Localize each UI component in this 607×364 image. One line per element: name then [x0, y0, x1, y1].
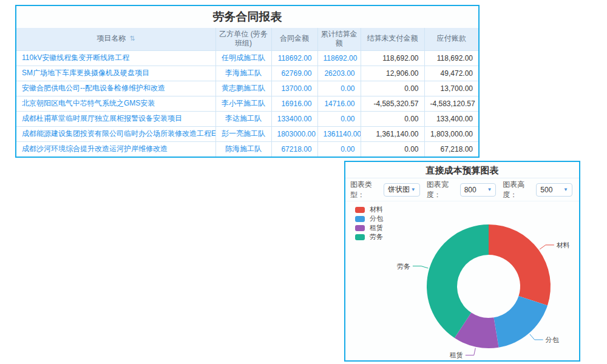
chart-height-label: 图表高度：	[503, 180, 532, 200]
table-row[interactable]: 110kV安徽线程集变开断线路工程 任明成施工队 118692.00 11869…	[16, 50, 478, 66]
table-row[interactable]: 安徽合肥供电公司--配电设备检修维护和改造 黄志鹏施工队 13700.00 0.…	[16, 81, 478, 96]
label-leader-line	[413, 266, 428, 268]
accounts-payable-cell: 118,692.00	[424, 50, 478, 66]
party-b-unit-cell: 李小平施工队	[215, 96, 271, 111]
cost-budget-chart-panel: 直接成本预算图表 图表类型： 饼状图 ▼ 图表宽度： 800 ▼ 图表高度： 5…	[344, 161, 580, 362]
settled-total-cell: 1361140.00	[317, 126, 361, 141]
party-b-unit-cell: 任明成施工队	[215, 50, 271, 66]
column-header-project-name[interactable]: 项目名称⇅	[16, 28, 215, 50]
legend-item-0[interactable]: 材料	[355, 205, 383, 214]
chart-width-value: 800	[464, 186, 476, 194]
table-body: 110kV安徽线程集变开断线路工程 任明成施工队 118692.00 11869…	[16, 50, 478, 157]
labor-contract-report-panel: 劳务合同报表 项目名称⇅ 乙方单位 (劳务班组) 合同金额 累计结算金额 结算未…	[15, 5, 480, 158]
contract-amount-cell: 62769.00	[271, 66, 317, 81]
slice-label: 材料	[557, 241, 570, 249]
column-header-accounts-payable: 应付账款	[424, 28, 478, 50]
label-leader-line	[530, 334, 543, 340]
column-header-contract-amount: 合同金额	[271, 28, 317, 50]
table-row[interactable]: 北京朝阳区电气中芯特气系统之GMS安装 李小平施工队 16916.00 1471…	[16, 96, 478, 111]
legend-label: 材料	[370, 205, 383, 214]
legend-label: 劳务	[370, 232, 383, 241]
contract-amount-cell: 16916.00	[271, 96, 317, 111]
chart-type-value: 饼状图	[388, 184, 410, 195]
slice-label: 租赁	[450, 351, 463, 359]
legend-marker	[355, 234, 365, 240]
chart-height-control: 图表高度： 500 ▼	[503, 180, 572, 200]
settled-total-cell: 14716.00	[317, 96, 361, 111]
column-header-party-b-unit: 乙方单位 (劳务班组)	[215, 28, 271, 50]
chart-type-label: 图表类型：	[350, 180, 380, 200]
slice-label: 劳务	[397, 263, 410, 270]
contract-amount-cell: 1803000.00	[271, 126, 317, 141]
settled-unpaid-cell: -4,585,320.57	[361, 96, 424, 111]
chevron-down-icon: ▼	[487, 187, 492, 192]
table-row[interactable]: 成都沙河环境综合提升改造运河护岸维修改造 陈海施工队 67218.00 0.00…	[16, 141, 478, 157]
legend-marker	[355, 216, 365, 222]
chart-type-select[interactable]: 饼状图 ▼	[384, 183, 420, 197]
party-b-unit-cell: 陈海施工队	[215, 141, 271, 157]
settled-unpaid-cell: 118,692.00	[361, 50, 424, 66]
project-name-cell[interactable]: 北京朝阳区电气中芯特气系统之GMS安装	[16, 96, 215, 111]
chart-type-control: 图表类型： 饼状图 ▼	[350, 180, 420, 200]
accounts-payable-cell: 67,218.00	[424, 141, 478, 157]
project-name-cell[interactable]: 110kV安徽线程集变开断线路工程	[16, 50, 215, 66]
sort-icon[interactable]: ⇅	[129, 35, 135, 42]
settled-total-cell: 118692.00	[317, 50, 361, 66]
settled-unpaid-cell: 1,361,140.00	[361, 126, 424, 141]
column-header-label: 项目名称	[97, 34, 126, 42]
report-title: 劳务合同报表	[16, 6, 478, 28]
legend-marker	[355, 225, 365, 231]
label-leader-line	[540, 245, 554, 249]
chart-width-label: 图表宽度：	[427, 180, 456, 200]
table-header-row: 项目名称⇅ 乙方单位 (劳务班组) 合同金额 累计结算金额 结算未支付金额 应付…	[16, 28, 478, 50]
contract-amount-cell: 133400.00	[271, 111, 317, 126]
chevron-down-icon: ▼	[563, 187, 568, 192]
contract-amount-cell: 67218.00	[271, 141, 317, 157]
legend-label: 租赁	[370, 223, 383, 232]
chart-width-control: 图表宽度： 800 ▼	[427, 180, 497, 200]
settled-unpaid-cell: 12,906.00	[361, 66, 424, 81]
chart-area: 材料分包租赁劳务 材料分包租赁劳务	[345, 201, 579, 360]
party-b-unit-cell: 黄志鹏施工队	[215, 81, 271, 96]
accounts-payable-cell: 13,700.00	[424, 81, 478, 96]
legend-item-2[interactable]: 租赁	[355, 223, 383, 232]
project-name-cell[interactable]: 成都能源建设集团投资有限公司临时办公场所装修改造工程EPC	[16, 126, 215, 141]
accounts-payable-cell: 1,803,000.00	[424, 126, 478, 141]
settled-total-cell: 0.00	[317, 111, 361, 126]
chart-title: 直接成本预算图表	[345, 162, 579, 178]
party-b-unit-cell: 李达施工队	[215, 111, 271, 126]
project-name-cell[interactable]: 成都沙河环境综合提升改造运河护岸维修改造	[16, 141, 215, 157]
legend-item-1[interactable]: 分包	[355, 214, 383, 223]
project-name-cell[interactable]: SM广场地下车库更换摄像机及硬盘项目	[16, 66, 215, 81]
legend-label: 分包	[370, 214, 383, 223]
accounts-payable-cell: 133,400.00	[424, 111, 478, 126]
chart-controls: 图表类型： 饼状图 ▼ 图表宽度： 800 ▼ 图表高度： 500 ▼	[345, 178, 579, 201]
settled-total-cell: 26203.00	[317, 66, 361, 81]
chart-legend: 材料分包租赁劳务	[355, 205, 383, 241]
contract-amount-cell: 118692.00	[271, 50, 317, 66]
project-name-cell[interactable]: 安徽合肥供电公司--配电设备检修维护和改造	[16, 81, 215, 96]
pie-slice-0[interactable]	[489, 224, 551, 306]
party-b-unit-cell: 李海施工队	[215, 66, 271, 81]
chart-height-select[interactable]: 500 ▼	[536, 183, 572, 197]
label-leader-line	[466, 348, 476, 356]
legend-item-3[interactable]: 劳务	[355, 232, 383, 241]
chart-width-select[interactable]: 800 ▼	[460, 183, 497, 197]
table-row[interactable]: 成都杜甫草堂临时展厅独立展柜报警设备安装项目 李达施工队 133400.00 0…	[16, 111, 478, 126]
project-name-cell[interactable]: 成都杜甫草堂临时展厅独立展柜报警设备安装项目	[16, 111, 215, 126]
legend-marker	[355, 207, 365, 213]
chart-height-value: 500	[540, 186, 552, 194]
contracts-table: 项目名称⇅ 乙方单位 (劳务班组) 合同金额 累计结算金额 结算未支付金额 应付…	[16, 28, 478, 157]
settled-total-cell: 0.00	[317, 81, 361, 96]
accounts-payable-cell: -4,583,120.57	[424, 96, 478, 111]
settled-total-cell: 0.00	[317, 141, 361, 157]
settled-unpaid-cell: 0.00	[361, 141, 424, 157]
column-header-settled-total: 累计结算金额	[317, 28, 361, 50]
column-header-settled-unpaid: 结算未支付金额	[361, 28, 424, 50]
slice-label: 分包	[546, 336, 560, 343]
party-b-unit-cell: 彭一亮施工队	[215, 126, 271, 141]
table-row[interactable]: 成都能源建设集团投资有限公司临时办公场所装修改造工程EPC 彭一亮施工队 180…	[16, 126, 478, 141]
contract-amount-cell: 13700.00	[271, 81, 317, 96]
settled-unpaid-cell: 0.00	[361, 111, 424, 126]
table-row[interactable]: SM广场地下车库更换摄像机及硬盘项目 李海施工队 62769.00 26203.…	[16, 66, 478, 81]
